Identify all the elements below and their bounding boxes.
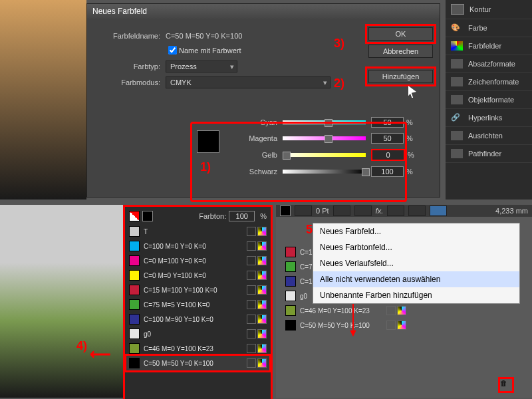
swatch-row[interactable]: C=75 M=5 Y=100 K=0 [126,297,269,312]
tint-value[interactable]: 100 [229,211,255,221]
cmyk-icon [257,315,267,324]
cmyk-icon [257,285,267,295]
fill-swatch[interactable] [142,211,153,221]
menu-add-unnamed[interactable]: Unbenannte Farben hinzufügen [313,287,519,303]
swatch-type-icon [247,285,256,295]
name-with-value-checkbox[interactable] [168,46,177,55]
swatch-row[interactable]: C=100 M=90 Y=10 K=0 [126,312,269,327]
cmyk-icon [397,306,406,315]
mode-dropdown[interactable]: CMYK [166,76,331,88]
menu-new-gradient[interactable]: Neues Verlaufsfeld... [313,255,519,271]
swatch-row[interactable]: C=46 M=0 Y=100 K=23 [283,303,409,318]
menu-new-swatch[interactable]: Neues Farbfeld... [313,223,519,239]
swatch-row[interactable]: C=50 M=50 Y=0 K=100 [126,356,269,370]
swatch-row[interactable]: C=0 M=0 Y=100 K=0 [126,268,269,283]
panels-sidebar: Kontur 🎨Farbe Farbfelder Absatzformate Z… [446,0,532,200]
swatches-panel: Farbton: 100 % TC=100 M=0 Y=0 K=0C=0 M=1… [123,205,273,399]
swatch-row[interactable]: T [126,224,269,239]
add-button[interactable]: Hinzufügen [368,70,433,83]
new-swatch-dialog: Neues Farbfeld Farbfeldname: C=50 M=50 Y… [86,3,440,198]
panel-item-objekt[interactable]: Objektformate [446,91,532,109]
ok-button[interactable]: OK [368,27,433,41]
cmyk-icon [257,256,267,265]
swatch-type-icon [247,329,256,338]
panel-item-absatz[interactable]: Absatzformate [446,55,532,73]
swatch-type-icon [247,271,256,280]
type-label: Farbtyp: [94,63,160,70]
swatch-type-icon [247,315,256,324]
swatch-type-icon [386,306,396,315]
menu-select-unused[interactable]: Alle nicht verwendeten auswählen [313,271,519,287]
arrow-icon: ⟵ [90,346,111,363]
cmyk-icon [257,344,267,353]
panel-item-farbfelder[interactable]: Farbfelder [446,37,532,55]
cmyk-icon [257,358,267,368]
swatch-row[interactable]: C=0 M=100 Y=0 K=0 [126,253,269,268]
cmyk-icon [257,300,267,309]
swatch-row[interactable]: C=15 M=100 Y=100 K=0 [126,283,269,297]
checkbox-label: Name mit Farbwert [179,47,241,55]
none-swatch[interactable] [129,211,140,221]
name-value: C=50 M=50 Y=0 K=100 [166,32,242,40]
panel-item-zeichen[interactable]: Zeichenformate [446,73,532,91]
panel-item-kontur[interactable]: Kontur [446,0,532,19]
cmyk-icon [397,321,406,330]
cmyk-icon [257,227,267,236]
name-label: Farbfeldname: [94,32,160,40]
cmyk-icon [257,241,267,251]
swatch-row[interactable]: C=46 M=0 Y=100 K=23 [126,341,269,356]
swatch-context-menu: Neues Farbfeld... Neues Farbtonfeld... N… [313,223,520,304]
swatch-type-icon [247,227,256,236]
swatch-type-icon [247,256,256,265]
panel-item-hyperlinks[interactable]: 🔗Hyperlinks [446,109,532,127]
type-dropdown[interactable]: Prozess [166,61,237,72]
panel-item-ausrichten[interactable]: Ausrichten [446,127,532,145]
swatch-type-icon [247,300,256,309]
cmyk-icon [257,329,267,338]
swatch-type-icon [247,358,256,368]
swatch-row[interactable]: C=50 M=50 Y=0 K=100 [283,318,409,332]
swatch-type-icon [247,344,256,353]
swatch-type-icon [386,321,396,330]
cmyk-icon [257,271,267,280]
cancel-button[interactable]: Abbrechen [368,45,433,58]
swatch-row[interactable]: g0 [126,327,269,341]
trash-icon[interactable]: 🗑 [500,379,512,391]
swatch-type-icon [247,241,256,251]
dialog-title: Neues Farbfeld [87,4,440,19]
mode-label: Farbmodus: [94,78,160,86]
panel-item-pathfinder[interactable]: Pathfinder [446,145,532,163]
menu-new-tint[interactable]: Neues Farbtonfeld... [313,239,519,255]
swatch-row[interactable]: C=100 M=0 Y=0 K=0 [126,239,269,253]
panel-item-farbe[interactable]: 🎨Farbe [446,19,532,37]
tint-label: Farbton: [199,212,226,220]
